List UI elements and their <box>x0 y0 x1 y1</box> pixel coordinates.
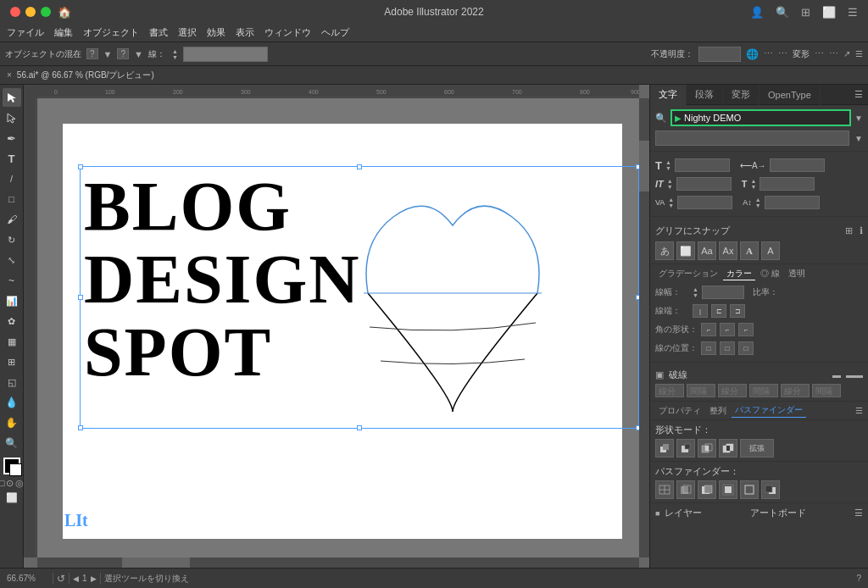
brush-tool[interactable]: 🖌 <box>3 210 21 229</box>
dash-icon2[interactable]: ▬▬ <box>846 370 863 380</box>
panel-menu-icon[interactable]: ☰ <box>849 89 868 100</box>
menu-help[interactable]: ヘルプ <box>321 26 349 39</box>
glyph-btn-box[interactable]: ⬜ <box>676 241 695 260</box>
close-button[interactable] <box>10 7 20 17</box>
question-icon2[interactable]: ? <box>117 48 129 59</box>
scale-v-input[interactable]: 100% <box>760 177 815 191</box>
zoom-tool[interactable]: 🔍 <box>3 434 21 452</box>
baseline-spin[interactable]: ▲▼ <box>755 197 761 208</box>
scale-tool[interactable]: ⤡ <box>3 251 21 269</box>
prop-tab-pathfinder[interactable]: パスファインダー <box>732 403 806 418</box>
pf-divide[interactable] <box>655 480 674 499</box>
font-dropdown-icon[interactable]: ▼ <box>854 114 863 123</box>
glyph-btn-a[interactable]: あ <box>655 241 674 260</box>
search-icon[interactable]: 🔍 <box>776 6 789 19</box>
grid-icon[interactable]: ⊞ <box>801 6 810 19</box>
opacity-input[interactable]: 100% <box>698 47 741 62</box>
glyph-btn-aa[interactable]: Aa <box>698 241 716 260</box>
grad-tab-transparency[interactable]: 透明 <box>785 268 809 280</box>
type-tool[interactable]: T <box>3 149 21 168</box>
corner-btn1[interactable]: ⌐ <box>701 323 716 336</box>
font-style-dropdown[interactable]: ▼ <box>854 134 863 143</box>
select-tool[interactable] <box>3 88 21 107</box>
eyedropper-tool[interactable]: 💧 <box>3 393 21 412</box>
menu-icon[interactable]: ☰ <box>848 6 858 19</box>
dash-expand-icon[interactable]: ▣ <box>655 369 664 380</box>
layers-menu-icon[interactable]: ☰ <box>854 508 863 519</box>
stroke-down[interactable]: ▼ <box>172 54 178 60</box>
scrollbar-horizontal[interactable] <box>37 557 639 568</box>
menu-object[interactable]: オブジェクト <box>83 26 139 39</box>
question-icon1[interactable]: ? <box>86 48 98 59</box>
canvas-content[interactable]: BLOG DESIGN SPOT <box>37 98 639 557</box>
tab-paragraph[interactable]: 段落 <box>687 85 723 105</box>
corner-btn2[interactable]: ⌐ <box>720 323 735 336</box>
menu-file[interactable]: ファイル <box>7 26 44 39</box>
glyph-btn-ax[interactable]: Ax <box>719 241 737 260</box>
glyph-btn-a-sans[interactable]: A <box>761 241 780 260</box>
menu-view[interactable]: 表示 <box>236 26 254 39</box>
line-tool[interactable]: / <box>3 169 21 188</box>
pf-crop[interactable] <box>719 480 737 499</box>
minimize-button[interactable] <box>25 7 36 17</box>
shape-minus[interactable] <box>676 439 695 458</box>
tab-opentype[interactable]: OpenType <box>760 85 821 105</box>
pf-merge[interactable] <box>698 480 716 499</box>
size-spin-up[interactable]: ▲▼ <box>665 159 671 171</box>
hand-tool[interactable]: ✋ <box>3 413 21 432</box>
cap-btn3[interactable]: ⊐ <box>730 304 745 318</box>
snap-icon2[interactable]: ℹ <box>860 225 863 236</box>
prop-tab-properties[interactable]: プロパティ <box>655 404 704 418</box>
grad-tab-stroke[interactable]: ◎ 線 <box>757 268 783 280</box>
handle-bc[interactable] <box>357 425 362 430</box>
gradient-tool[interactable]: ◱ <box>3 373 21 391</box>
menu-select[interactable]: 選択 <box>178 26 197 39</box>
scale-h-input[interactable]: 100% <box>676 177 732 191</box>
font-size-input[interactable]: 95.3809 <box>675 158 730 172</box>
pf-trim[interactable] <box>676 480 695 499</box>
expand-icon[interactable]: ☰ <box>855 49 863 58</box>
dash-icon1[interactable]: ▬ <box>832 370 841 380</box>
menu-type[interactable]: 書式 <box>149 26 168 39</box>
fill-stroke-icon[interactable] <box>3 458 20 474</box>
normal-mode-icon[interactable]: □ <box>0 478 4 489</box>
global-icon[interactable]: 🌐 <box>746 48 759 60</box>
stroke-up[interactable]: ▲ <box>172 48 178 54</box>
rotate-icon[interactable]: ↺ <box>57 573 65 585</box>
dash-input5[interactable] <box>781 384 810 397</box>
mesh-tool[interactable]: ⊞ <box>3 352 21 371</box>
font-style-input[interactable]: Regular <box>655 130 849 146</box>
align-btn2[interactable]: □ <box>720 341 735 355</box>
handle-tl[interactable] <box>78 164 83 169</box>
align-btn3[interactable]: □ <box>738 341 754 355</box>
menu-edit[interactable]: 編集 <box>54 26 73 39</box>
handle-bl[interactable] <box>78 425 83 430</box>
home-icon[interactable]: 🏠 <box>58 6 71 19</box>
shape-unite[interactable] <box>655 439 674 458</box>
status-question[interactable]: ? <box>856 574 861 583</box>
align-btn1[interactable]: □ <box>701 341 716 355</box>
scale-h-spin[interactable]: ▲▼ <box>667 178 673 190</box>
rotate-tool[interactable]: ↻ <box>3 230 21 249</box>
stroke-width-spin[interactable]: ▲▼ <box>693 286 698 298</box>
kerning-input[interactable]: (166.916 <box>770 158 825 172</box>
user-icon[interactable]: 👤 <box>750 6 764 19</box>
scale-v-spin[interactable]: ▲▼ <box>750 178 756 190</box>
grad-tab-color[interactable]: カラー <box>723 268 755 280</box>
cap-btn1[interactable]: | <box>693 304 708 318</box>
prop-tab-align[interactable]: 整列 <box>706 404 730 418</box>
direct-select-tool[interactable] <box>3 108 21 127</box>
column-graph-tool[interactable]: ▦ <box>3 332 21 351</box>
screen-mode-icon[interactable]: ⬜ <box>6 492 18 503</box>
stroke-width-input[interactable] <box>702 286 744 299</box>
dash-input2[interactable] <box>687 384 715 397</box>
tab-moji[interactable]: 文字 <box>650 85 687 105</box>
shape-exclude[interactable] <box>719 439 737 458</box>
glyph-btn-a-serif[interactable]: A <box>740 241 759 260</box>
inside-mode-icon[interactable]: ◎ <box>15 478 24 489</box>
font-search-icon[interactable]: 🔍 <box>655 113 667 124</box>
grad-tab-gradient[interactable]: グラデーション <box>655 268 721 280</box>
prop-menu-icon[interactable]: ☰ <box>855 406 863 415</box>
menu-window[interactable]: ウィンドウ <box>264 26 311 39</box>
stroke-input[interactable] <box>183 47 268 62</box>
